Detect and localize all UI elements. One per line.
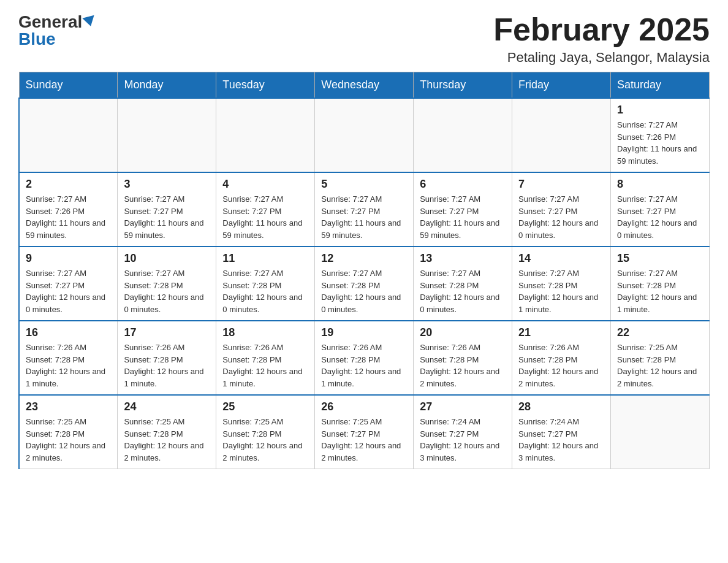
empty-cell (118, 98, 216, 172)
day-cell-14: 14Sunrise: 7:27 AM Sunset: 7:28 PM Dayli… (512, 247, 611, 321)
day-cell-26: 26Sunrise: 7:25 AM Sunset: 7:27 PM Dayli… (315, 395, 414, 469)
day-info: Sunrise: 7:25 AM Sunset: 7:27 PM Dayligh… (321, 416, 407, 464)
day-cell-4: 4Sunrise: 7:27 AM Sunset: 7:27 PM Daylig… (216, 172, 315, 247)
day-number: 1 (617, 104, 703, 117)
day-info: Sunrise: 7:27 AM Sunset: 7:28 PM Dayligh… (124, 267, 210, 315)
day-info: Sunrise: 7:26 AM Sunset: 7:28 PM Dayligh… (420, 342, 506, 389)
day-number: 13 (420, 252, 506, 265)
weekday-header-wednesday: Wednesday (315, 72, 414, 99)
logo: General Blue (18, 12, 96, 49)
day-number: 7 (518, 178, 604, 191)
week-row-4: 16Sunrise: 7:26 AM Sunset: 7:28 PM Dayli… (19, 321, 710, 395)
weekday-header-saturday: Saturday (611, 72, 710, 99)
day-cell-5: 5Sunrise: 7:27 AM Sunset: 7:27 PM Daylig… (315, 172, 414, 247)
day-info: Sunrise: 7:25 AM Sunset: 7:28 PM Dayligh… (124, 416, 210, 464)
day-cell-15: 15Sunrise: 7:27 AM Sunset: 7:28 PM Dayli… (611, 247, 710, 321)
weekday-header-thursday: Thursday (414, 72, 512, 99)
day-number: 12 (321, 252, 407, 265)
day-cell-19: 19Sunrise: 7:26 AM Sunset: 7:28 PM Dayli… (315, 321, 414, 395)
day-info: Sunrise: 7:24 AM Sunset: 7:27 PM Dayligh… (518, 416, 604, 464)
location: Petaling Jaya, Selangor, Malaysia (493, 50, 710, 66)
day-number: 10 (124, 252, 210, 265)
calendar-table: SundayMondayTuesdayWednesdayThursdayFrid… (18, 72, 710, 469)
day-cell-3: 3Sunrise: 7:27 AM Sunset: 7:27 PM Daylig… (118, 172, 216, 247)
day-cell-28: 28Sunrise: 7:24 AM Sunset: 7:27 PM Dayli… (512, 395, 611, 469)
day-info: Sunrise: 7:27 AM Sunset: 7:28 PM Dayligh… (321, 267, 407, 315)
title-section: February 2025 Petaling Jaya, Selangor, M… (493, 12, 710, 66)
day-info: Sunrise: 7:27 AM Sunset: 7:28 PM Dayligh… (617, 267, 703, 315)
day-info: Sunrise: 7:26 AM Sunset: 7:28 PM Dayligh… (518, 342, 604, 389)
day-number: 19 (321, 326, 407, 339)
day-cell-11: 11Sunrise: 7:27 AM Sunset: 7:28 PM Dayli… (216, 247, 315, 321)
day-cell-27: 27Sunrise: 7:24 AM Sunset: 7:27 PM Dayli… (414, 395, 512, 469)
day-number: 6 (420, 178, 506, 191)
day-cell-22: 22Sunrise: 7:25 AM Sunset: 7:28 PM Dayli… (611, 321, 710, 395)
day-number: 14 (518, 252, 604, 265)
day-number: 8 (617, 178, 703, 191)
logo-blue: Blue (18, 29, 56, 48)
day-info: Sunrise: 7:27 AM Sunset: 7:28 PM Dayligh… (222, 267, 308, 315)
day-cell-7: 7Sunrise: 7:27 AM Sunset: 7:27 PM Daylig… (512, 172, 611, 247)
weekday-header-sunday: Sunday (19, 72, 118, 99)
day-info: Sunrise: 7:26 AM Sunset: 7:28 PM Dayligh… (124, 342, 210, 389)
day-number: 26 (321, 400, 407, 413)
day-number: 22 (617, 326, 703, 339)
day-number: 23 (26, 400, 111, 413)
empty-cell (19, 98, 118, 172)
day-number: 16 (26, 326, 111, 339)
empty-cell (414, 98, 512, 172)
day-info: Sunrise: 7:27 AM Sunset: 7:27 PM Dayligh… (321, 193, 407, 241)
day-info: Sunrise: 7:25 AM Sunset: 7:28 PM Dayligh… (617, 342, 703, 389)
weekday-header-row: SundayMondayTuesdayWednesdayThursdayFrid… (19, 72, 710, 99)
day-number: 15 (617, 252, 703, 265)
empty-cell (512, 98, 611, 172)
day-info: Sunrise: 7:27 AM Sunset: 7:28 PM Dayligh… (420, 267, 506, 315)
weekday-header-monday: Monday (118, 72, 216, 99)
weekday-header-tuesday: Tuesday (216, 72, 315, 99)
day-info: Sunrise: 7:26 AM Sunset: 7:28 PM Dayligh… (321, 342, 407, 389)
day-cell-25: 25Sunrise: 7:25 AM Sunset: 7:28 PM Dayli… (216, 395, 315, 469)
day-info: Sunrise: 7:27 AM Sunset: 7:27 PM Dayligh… (518, 193, 604, 241)
empty-cell (315, 98, 414, 172)
day-cell-21: 21Sunrise: 7:26 AM Sunset: 7:28 PM Dayli… (512, 321, 611, 395)
empty-cell (216, 98, 315, 172)
day-info: Sunrise: 7:27 AM Sunset: 7:27 PM Dayligh… (26, 267, 111, 315)
day-number: 9 (26, 252, 111, 265)
day-number: 2 (26, 178, 111, 191)
day-cell-8: 8Sunrise: 7:27 AM Sunset: 7:27 PM Daylig… (611, 172, 710, 247)
day-number: 21 (518, 326, 604, 339)
day-info: Sunrise: 7:25 AM Sunset: 7:28 PM Dayligh… (222, 416, 308, 464)
day-cell-24: 24Sunrise: 7:25 AM Sunset: 7:28 PM Dayli… (118, 395, 216, 469)
page-header: General Blue February 2025 Petaling Jaya… (18, 12, 710, 66)
day-info: Sunrise: 7:24 AM Sunset: 7:27 PM Dayligh… (420, 416, 506, 464)
day-cell-17: 17Sunrise: 7:26 AM Sunset: 7:28 PM Dayli… (118, 321, 216, 395)
day-info: Sunrise: 7:27 AM Sunset: 7:27 PM Dayligh… (420, 193, 506, 241)
day-cell-20: 20Sunrise: 7:26 AM Sunset: 7:28 PM Dayli… (414, 321, 512, 395)
day-cell-2: 2Sunrise: 7:27 AM Sunset: 7:26 PM Daylig… (19, 172, 118, 247)
day-number: 17 (124, 326, 210, 339)
logo-triangle-icon (83, 15, 97, 28)
day-number: 27 (420, 400, 506, 413)
empty-cell (611, 395, 710, 469)
weekday-header-friday: Friday (512, 72, 611, 99)
day-number: 11 (222, 252, 308, 265)
day-number: 3 (124, 178, 210, 191)
day-cell-16: 16Sunrise: 7:26 AM Sunset: 7:28 PM Dayli… (19, 321, 118, 395)
day-cell-10: 10Sunrise: 7:27 AM Sunset: 7:28 PM Dayli… (118, 247, 216, 321)
week-row-2: 2Sunrise: 7:27 AM Sunset: 7:26 PM Daylig… (19, 172, 710, 247)
day-number: 28 (518, 400, 604, 413)
week-row-1: 1Sunrise: 7:27 AM Sunset: 7:26 PM Daylig… (19, 98, 710, 172)
day-cell-9: 9Sunrise: 7:27 AM Sunset: 7:27 PM Daylig… (19, 247, 118, 321)
day-number: 4 (222, 178, 308, 191)
day-cell-6: 6Sunrise: 7:27 AM Sunset: 7:27 PM Daylig… (414, 172, 512, 247)
month-title: February 2025 (493, 12, 710, 47)
day-number: 18 (222, 326, 308, 339)
day-number: 25 (222, 400, 308, 413)
day-cell-12: 12Sunrise: 7:27 AM Sunset: 7:28 PM Dayli… (315, 247, 414, 321)
day-cell-13: 13Sunrise: 7:27 AM Sunset: 7:28 PM Dayli… (414, 247, 512, 321)
day-cell-1: 1Sunrise: 7:27 AM Sunset: 7:26 PM Daylig… (611, 98, 710, 172)
day-info: Sunrise: 7:26 AM Sunset: 7:28 PM Dayligh… (222, 342, 308, 389)
week-row-3: 9Sunrise: 7:27 AM Sunset: 7:27 PM Daylig… (19, 247, 710, 321)
day-info: Sunrise: 7:27 AM Sunset: 7:27 PM Dayligh… (124, 193, 210, 241)
day-number: 5 (321, 178, 407, 191)
